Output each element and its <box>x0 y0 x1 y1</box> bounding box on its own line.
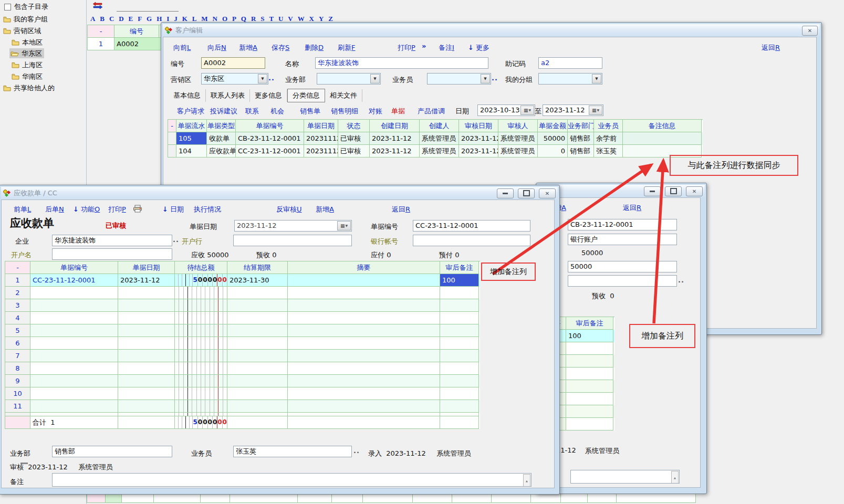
date-from-input[interactable]: 2023-10-13▦▼ <box>477 104 535 116</box>
cell-dept[interactable]: 销售部 <box>568 145 594 158</box>
add-button[interactable]: 新增A <box>239 43 257 52</box>
detail-row[interactable]: 10 <box>5 387 480 400</box>
customer-edit-titlebar[interactable]: 客户编辑 ✕ <box>163 24 820 37</box>
detail-row[interactable]: 11 <box>5 400 480 413</box>
region-combo[interactable]: 华东区▼ <box>201 73 268 85</box>
close-icon[interactable]: ✕ <box>686 186 703 196</box>
row-number[interactable]: 3 <box>5 299 30 312</box>
cell-doc-no[interactable]: CC-23-11-12-0001 <box>30 274 118 287</box>
chevron-down-icon[interactable]: ▼ <box>481 74 490 83</box>
receivable-titlebar[interactable]: 应收款单 / CC ✕ <box>1 187 558 200</box>
delete-button[interactable]: 删除D <box>305 43 324 52</box>
include-subdirs-checkbox[interactable] <box>4 4 11 10</box>
return-button[interactable]: 返回R <box>623 203 641 213</box>
index-letter[interactable]: A <box>90 15 95 23</box>
more-button[interactable]: ↓ 更多 <box>468 43 489 52</box>
detail-row[interactable]: 8 <box>5 362 480 375</box>
cell-doc-serial[interactable]: 105 <box>176 132 207 145</box>
dept-input[interactable]: 销售部 <box>52 446 172 457</box>
note-input[interactable]: ▲▼ <box>570 470 680 484</box>
note-input[interactable]: ▲▼ <box>52 473 532 487</box>
tree-item-local-region[interactable]: 本地区 <box>12 37 43 47</box>
subtab-customer-request[interactable]: 客户请求 <box>177 107 204 116</box>
tab-basic-info[interactable]: 基本信息 <box>169 89 206 102</box>
close-icon[interactable]: ✕ <box>539 188 556 198</box>
row-number[interactable]: 9 <box>5 375 30 387</box>
tree-item-huadong-region[interactable]: 华东区 <box>9 48 44 58</box>
spinner[interactable]: ▲▼ <box>671 471 679 482</box>
row-number[interactable]: 6 <box>5 337 30 350</box>
index-letter[interactable]: B <box>100 15 105 23</box>
company-ellipsis-button[interactable]: .. <box>173 236 179 244</box>
function-menu-button[interactable]: ↓ 功能O <box>73 205 100 214</box>
printer-icon[interactable] <box>133 205 142 213</box>
tree-item-shared-to-others[interactable]: 共享给他人的 <box>3 83 55 93</box>
cell-post-audit-note[interactable]: 100 <box>566 330 613 342</box>
bank-no-input[interactable] <box>413 235 530 246</box>
index-letter[interactable]: C <box>109 15 114 23</box>
tree-item-huanan-region[interactable]: 华南区 <box>12 71 43 81</box>
swap-arrows-icon[interactable] <box>92 2 103 9</box>
account-name-input[interactable] <box>52 248 172 260</box>
subtab-reconciliation[interactable]: 对账 <box>369 107 382 116</box>
cell-salesman[interactable]: 余学前 <box>594 132 623 145</box>
cell-doc-date[interactable]: 20231112 <box>304 132 338 145</box>
chevron-down-icon[interactable]: ▼ <box>370 74 380 83</box>
cell-doc-serial[interactable]: 104 <box>176 145 207 158</box>
unaudit-button[interactable]: 反审核U <box>276 205 302 214</box>
salesman-ellipsis-button[interactable]: .. <box>492 74 498 82</box>
cell-auditor[interactable]: 系统管理员 <box>498 132 538 145</box>
date-menu-button[interactable]: ↓ 日期 <box>162 205 184 214</box>
row-number[interactable]: 8 <box>5 362 30 375</box>
calendar-icon[interactable]: ▦▼ <box>589 106 602 115</box>
doc-no-input[interactable]: CC-23-11-12-0001 <box>413 220 530 232</box>
cell-audit-date[interactable]: 2023-11-12 <box>459 145 498 158</box>
maximize-icon[interactable] <box>518 188 535 198</box>
row-number[interactable]: 4 <box>5 312 30 324</box>
dept-combo[interactable]: ▼ <box>317 73 381 85</box>
subtab-product-loan[interactable]: 产品借调 <box>418 107 445 116</box>
detail-row[interactable]: 4 <box>5 312 480 324</box>
refresh-button[interactable]: 刷新F <box>338 43 355 52</box>
note-button[interactable]: 备注I <box>439 43 454 52</box>
code-input[interactable]: A0002 <box>201 57 265 69</box>
tree-item-my-customer-group[interactable]: 我的客户组 <box>3 14 48 24</box>
salesman-ellipsis-button[interactable]: .. <box>353 447 360 455</box>
row-number[interactable]: 10 <box>5 387 30 400</box>
doc-no-input[interactable]: CB-23-11-12-0001 <box>568 219 677 230</box>
save-button[interactable]: 保存S <box>272 43 289 52</box>
cell-post-audit-note[interactable]: 100 <box>440 274 479 287</box>
cell-summary[interactable] <box>288 274 440 287</box>
document-row-104[interactable]: 104 应收款单 CC-23-11-12-0001 20231112 已审核 2… <box>168 145 703 158</box>
add-button[interactable]: 新增A <box>316 205 334 214</box>
mygroup-combo[interactable]: ▼ <box>538 73 602 85</box>
cell-status[interactable]: 已审核 <box>338 145 370 158</box>
detail-row[interactable]: 6 <box>5 337 480 350</box>
extra-ellipsis-button[interactable]: .. <box>678 276 684 284</box>
salesman-combo[interactable]: ▼ <box>427 73 491 85</box>
subtab-contact[interactable]: 联系 <box>245 107 259 116</box>
spinner[interactable]: ▲▼ <box>523 474 530 486</box>
prev-button[interactable]: 向前L <box>173 43 191 52</box>
print-button[interactable]: 打印P <box>398 43 415 52</box>
tree-item-shanghai-region[interactable]: 上海区 <box>12 60 43 70</box>
return-button[interactable]: 返回R <box>392 205 410 214</box>
calendar-icon[interactable]: ▦▼ <box>520 106 534 115</box>
tab-classification[interactable]: 分类信息 <box>287 89 325 102</box>
tree-item-marketing-region[interactable]: 营销区域 <box>3 26 41 36</box>
row-number[interactable]: 2 <box>5 287 30 299</box>
tab-contacts[interactable]: 联系人列表 <box>206 89 250 102</box>
close-icon[interactable]: ✕ <box>802 26 818 36</box>
subtab-opportunity[interactable]: 机会 <box>270 107 284 116</box>
date-to-input[interactable]: 2023-11-12▦▼ <box>543 104 603 116</box>
index-letter[interactable]: E <box>129 15 133 23</box>
company-input[interactable]: 华东捷波装饰 <box>52 235 172 246</box>
detail-row[interactable]: 7 <box>5 350 480 362</box>
cell-doc-date[interactable]: 20231112 <box>304 145 338 158</box>
return-button[interactable]: 返回R <box>762 43 780 52</box>
minimize-icon[interactable] <box>497 188 514 198</box>
calendar-icon[interactable]: ▦▼ <box>337 221 351 230</box>
row-number[interactable]: 7 <box>5 350 30 362</box>
chevron-down-icon[interactable]: ▼ <box>592 74 601 83</box>
execution-status-button[interactable]: 执行情况 <box>194 205 221 214</box>
